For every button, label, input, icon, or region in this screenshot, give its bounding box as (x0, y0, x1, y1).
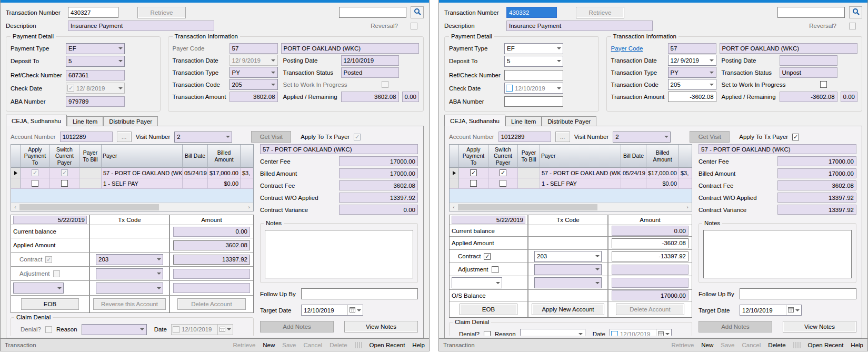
denial-date-picker[interactable]: 12/10/2019 (610, 329, 672, 336)
check-date-checkbox[interactable] (67, 85, 74, 92)
denial-checkbox[interactable] (484, 331, 491, 336)
tab-line-item[interactable]: Line Item (67, 116, 103, 126)
status-new[interactable]: New (701, 342, 713, 348)
status-retrieve[interactable]: Retrieve (233, 342, 255, 348)
table-row[interactable]: 57 - PORT OF OAKLAND (WK 05/24/19 $17,00… (450, 168, 692, 178)
transaction-code-combo[interactable]: 205 (230, 79, 278, 90)
reversal-checkbox[interactable] (411, 23, 417, 29)
transaction-date-picker[interactable]: 12/ 9/2019 (230, 55, 278, 66)
contract-checkbox[interactable] (45, 256, 52, 263)
table-row[interactable]: 1 - SELF PAY $0.00 (450, 178, 692, 189)
transaction-date-picker[interactable]: 12/ 9/2019 (668, 55, 716, 66)
apply-to-tx-payer-checkbox[interactable] (354, 134, 361, 140)
denial-date-picker[interactable]: 12/10/2019 (171, 324, 233, 335)
apply-payment-checkbox[interactable] (32, 169, 38, 176)
search-button[interactable] (411, 6, 424, 18)
check-date-picker[interactable]: 12/10/2019 (504, 83, 563, 94)
tab-patient[interactable]: CEJA, Sudhanshu (6, 115, 67, 126)
get-visit-button[interactable]: Get Visit (251, 131, 291, 143)
add-notes-button[interactable]: Add Notes (260, 321, 334, 332)
applied-amount-field[interactable]: 3602.08 (173, 240, 250, 250)
tab-distribute-payer[interactable]: Distribute Payer (103, 116, 158, 126)
switch-payer-checkbox[interactable] (61, 169, 68, 176)
wip-checkbox[interactable] (382, 81, 388, 88)
transaction-amount-field[interactable]: 3602.08 (230, 92, 278, 102)
contract-amount-field[interactable]: 13397.92 (173, 255, 250, 265)
apply-payment-checkbox[interactable] (470, 169, 477, 176)
transaction-number-input[interactable] (506, 7, 557, 18)
search-button[interactable] (849, 6, 862, 18)
horizontal-scrollbar[interactable]: ‹ › (450, 203, 692, 211)
contract-checkbox[interactable] (484, 253, 491, 260)
tab-line-item[interactable]: Line Item (505, 116, 542, 126)
status-new[interactable]: New (263, 342, 275, 348)
status-cancel[interactable]: Cancel (742, 342, 761, 348)
retrieve-button[interactable]: Retrieve (576, 7, 624, 18)
status-open-recent[interactable]: Open Recent (808, 342, 844, 348)
contract-code-combo[interactable]: 203 (534, 251, 602, 262)
scroll-left-icon[interactable]: ‹ (450, 205, 458, 210)
target-date-picker[interactable]: 12/10/2019 (740, 305, 802, 316)
extra-code-combo[interactable] (534, 277, 602, 288)
extra-amount-field[interactable] (612, 278, 689, 288)
status-cancel[interactable]: Cancel (304, 342, 323, 348)
contract-amount-field[interactable]: -13397.92 (612, 251, 689, 261)
search-input[interactable] (777, 7, 845, 18)
tab-patient[interactable]: CEJA, Sudhanshu (444, 115, 505, 126)
status-save[interactable]: Save (721, 342, 734, 348)
apply-payment-checkbox[interactable] (32, 180, 38, 187)
switch-payer-checkbox[interactable] (61, 180, 68, 187)
account-lookup-button[interactable]: ... (117, 132, 132, 142)
apply-payment-checkbox[interactable] (470, 180, 477, 187)
target-date-picker[interactable]: 12/10/2019 (301, 305, 363, 316)
switch-payer-checkbox[interactable] (500, 180, 506, 187)
extra-code-combo[interactable] (96, 283, 163, 294)
transaction-number-input[interactable] (68, 7, 118, 18)
status-retrieve[interactable]: Retrieve (671, 342, 694, 348)
contract-code-combo[interactable]: 203 (96, 254, 163, 265)
scroll-right-icon[interactable]: › (683, 205, 692, 210)
check-date-checkbox[interactable] (506, 85, 513, 92)
status-delete[interactable]: Delete (768, 342, 785, 348)
deposit-to-combo[interactable]: 5 (66, 56, 125, 67)
account-number-field[interactable]: 1012289 (498, 132, 551, 142)
denial-checkbox[interactable] (45, 326, 52, 333)
visit-number-combo[interactable]: 2 (174, 132, 232, 143)
adjustment-code-combo[interactable] (534, 264, 602, 275)
tab-distribute-payer[interactable]: Distribute Payer (542, 116, 596, 126)
denial-date-checkbox[interactable] (173, 326, 179, 333)
transaction-code-combo[interactable]: 205 (668, 79, 716, 90)
account-number-field[interactable]: 1012289 (60, 132, 113, 142)
add-notes-button[interactable]: Add Notes (699, 321, 772, 332)
switch-payer-checkbox[interactable] (500, 169, 506, 176)
delete-account-button[interactable]: Delete Account (177, 298, 246, 310)
adjustment-amount-field[interactable] (173, 269, 250, 279)
adjustment-amount-field[interactable] (612, 265, 689, 275)
scrollbar-thumb[interactable] (19, 204, 159, 210)
adjustment-code-combo[interactable] (96, 268, 163, 279)
table-row[interactable]: 1 - SELF PAY $0.00 (11, 178, 253, 189)
reason-combo[interactable] (520, 329, 585, 336)
adjustment-checkbox[interactable] (53, 270, 60, 277)
table-row[interactable]: 57 - PORT OF OAKLAND (WK 05/24/19 $17,00… (11, 168, 253, 178)
status-save[interactable]: Save (282, 342, 296, 348)
notes-textarea[interactable] (265, 230, 413, 278)
wip-checkbox[interactable] (820, 81, 827, 88)
follow-up-input[interactable] (301, 288, 418, 299)
ref-check-field[interactable] (504, 70, 563, 80)
status-help[interactable]: Help (412, 342, 425, 348)
payment-type-combo[interactable]: EF (504, 43, 563, 54)
reason-combo[interactable] (82, 324, 147, 335)
deposit-to-combo[interactable]: 5 (504, 56, 563, 67)
apply-to-tx-payer-checkbox[interactable] (792, 134, 799, 140)
apply-new-account-button[interactable]: Apply New Account (532, 304, 604, 315)
reverse-account-button[interactable]: Reverse this Account (93, 298, 166, 310)
ref-check-field[interactable]: 687361 (66, 70, 125, 80)
applied-amount-field[interactable]: -3602.08 (612, 238, 689, 248)
extra-type-combo[interactable] (452, 277, 502, 288)
retrieve-button[interactable]: Retrieve (137, 7, 186, 18)
denial-date-checkbox[interactable] (611, 331, 618, 336)
payment-type-combo[interactable]: EF (66, 43, 125, 54)
check-date-picker[interactable]: 12/ 8/2019 (66, 83, 125, 94)
payer-code-link[interactable]: Payer Code (611, 45, 665, 52)
